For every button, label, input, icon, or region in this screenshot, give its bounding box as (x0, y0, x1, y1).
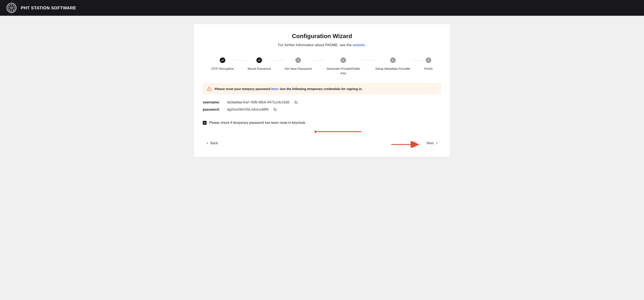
step-connector (362, 60, 375, 60)
step-label: Reset Password (248, 66, 271, 71)
next-label: Next (426, 141, 434, 145)
password-label: password: (203, 108, 223, 111)
check-icon (221, 59, 224, 62)
step-finish: 6 Finish (424, 57, 433, 71)
step-reset-password: Reset Password (248, 57, 271, 71)
step-label: Finish (424, 66, 433, 71)
step-connector (410, 60, 424, 60)
next-button[interactable]: Next (425, 140, 440, 146)
page-subtitle: For further Informaiton about PADME, see… (203, 43, 441, 47)
svg-point-2 (11, 7, 12, 8)
username-label: username: (203, 100, 223, 104)
password-row: password: 4g2IroUWxGSLUAnLe/MIN (203, 107, 441, 112)
alert-text: Please reset your tempory password here.… (215, 87, 362, 91)
app-title: PHT STATION SOFTWARE (21, 5, 76, 10)
stepper: OTP Decryption Reset Password 3 Set New … (203, 57, 441, 75)
page-title: Configuration Wizard (203, 33, 441, 39)
step-circle-done (220, 57, 225, 63)
step-label: Setup Metadata Provider (375, 66, 410, 71)
warning-icon (207, 86, 212, 91)
chevron-left-icon (206, 142, 209, 145)
copy-username-button[interactable] (293, 100, 299, 105)
copy-icon (273, 108, 277, 111)
step-otp-decryption: OTP Decryption (211, 57, 234, 71)
check-icon (204, 121, 206, 124)
step-circle-number: 5 (390, 57, 396, 63)
svg-rect-22 (274, 109, 276, 111)
step-connector (271, 60, 284, 60)
wizard-card: Configuration Wizard For further Informa… (194, 24, 450, 157)
step-generate-key: 4 Generate Private/Public Key (325, 57, 362, 75)
step-setup-metadata: 5 Setup Metadata Provider (375, 57, 410, 71)
copy-icon (294, 100, 298, 104)
step-label: Set New Password (284, 66, 312, 71)
step-set-new-password: 3 Set New Password (284, 57, 312, 71)
back-label: Back (210, 141, 218, 145)
confirm-reset-label: Please check if temporary password has b… (209, 121, 306, 125)
step-label: Generate Private/Public Key (325, 66, 362, 75)
step-circle-done (256, 57, 262, 63)
step-circle-number: 4 (340, 57, 346, 63)
step-connector (312, 60, 325, 60)
step-connector (234, 60, 248, 60)
svg-rect-21 (296, 102, 297, 104)
step-circle-number: 3 (296, 57, 301, 63)
warning-alert: Please reset your tempory password here.… (203, 83, 441, 94)
subtitle-suffix: . (365, 43, 366, 47)
step-circle-number: 6 (426, 57, 431, 63)
username-value: da3addae-fca7-45fb-98c6-4471cc4c15d8 (227, 100, 290, 104)
app-logo-icon (6, 3, 16, 13)
confirm-reset-checkbox[interactable] (203, 121, 206, 125)
chevron-right-icon (435, 142, 438, 145)
back-button[interactable]: Back (204, 140, 220, 146)
alert-prefix: Please reset your tempory password (215, 87, 271, 91)
reset-here-link[interactable]: here (271, 87, 278, 91)
subtitle-prefix: For further Informaiton about PADME, see… (278, 43, 353, 47)
app-header: PHT STATION SOFTWARE (0, 0, 644, 16)
confirm-reset-row: Please check if temporary password has b… (203, 121, 441, 125)
check-icon (258, 59, 261, 62)
website-link[interactable]: website (353, 43, 365, 47)
step-label: OTP Decryption (211, 66, 234, 71)
password-value: 4g2IroUWxGSLUAnLe/MIN (227, 108, 268, 111)
annotation-arrow-checkbox (315, 128, 364, 135)
username-row: username: da3addae-fca7-45fb-98c6-4471cc… (203, 100, 441, 105)
copy-password-button[interactable] (272, 107, 278, 112)
alert-suffix: . Use the following temporary credential… (278, 87, 363, 91)
nav-row: Back Next (203, 140, 441, 146)
